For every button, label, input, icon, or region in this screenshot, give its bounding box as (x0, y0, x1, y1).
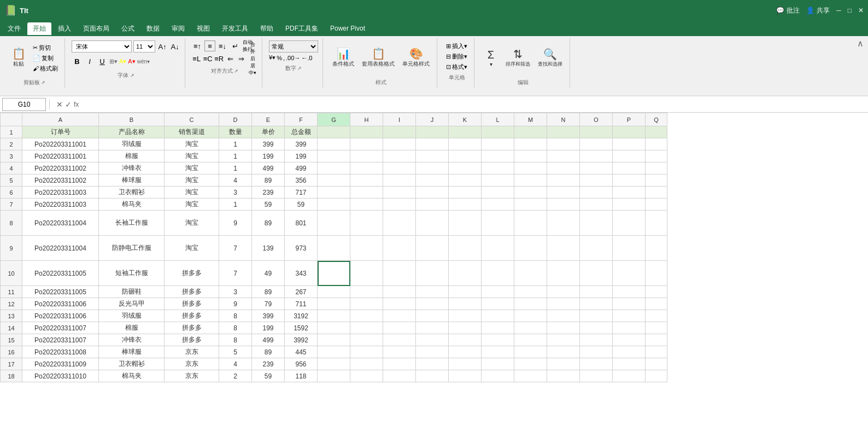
cell-10-11[interactable] (482, 261, 514, 286)
cell-1-3[interactable]: 数量 (219, 126, 252, 138)
cell-18-11[interactable] (482, 370, 514, 382)
format-painter-button[interactable]: 🖌格式刷 (31, 64, 60, 73)
cell-13-15[interactable] (613, 310, 646, 322)
cell-16-9[interactable] (416, 346, 449, 358)
row-header-1[interactable]: 1 (1, 126, 22, 138)
cell-2-4[interactable]: 399 (252, 138, 285, 150)
ribbon-collapse-button[interactable]: ∧ (857, 38, 864, 49)
cell-11-5[interactable]: 267 (285, 286, 318, 298)
cell-14-13[interactable] (547, 322, 580, 334)
cell-4-16[interactable] (646, 162, 667, 174)
cell-5-4[interactable]: 89 (252, 174, 285, 186)
cell-1-6[interactable] (318, 126, 350, 138)
cell-12-7[interactable] (350, 298, 383, 310)
cell-9-8[interactable] (383, 236, 416, 261)
cell-18-7[interactable] (350, 370, 383, 382)
cell-14-14[interactable] (580, 322, 613, 334)
cell-18-8[interactable] (383, 370, 416, 382)
cell-16-11[interactable] (482, 346, 514, 358)
cell-8-16[interactable] (646, 211, 667, 236)
cell-8-5[interactable]: 801 (285, 211, 318, 236)
cell-6-0[interactable]: Po202203311003 (22, 186, 99, 199)
cell-7-5[interactable]: 59 (285, 199, 318, 211)
cell-10-6[interactable] (318, 261, 350, 286)
cell-5-14[interactable] (580, 174, 613, 186)
cell-14-9[interactable] (416, 322, 449, 334)
cell-2-12[interactable] (514, 138, 547, 150)
increase-font-button[interactable]: A↑ (157, 41, 168, 52)
cell-7-2[interactable]: 淘宝 (165, 199, 219, 211)
cell-14-2[interactable]: 拼多多 (165, 322, 219, 334)
cell-17-9[interactable] (416, 358, 449, 370)
cell-1-4[interactable]: 单价 (252, 126, 285, 138)
confirm-formula-button[interactable]: ✓ (65, 100, 72, 109)
cell-2-1[interactable]: 羽绒服 (99, 138, 165, 150)
italic-button[interactable]: I (84, 56, 95, 67)
cell-3-4[interactable]: 199 (252, 150, 285, 162)
menu-item-8[interactable]: 开发工具 (216, 22, 254, 35)
cell-14-4[interactable]: 199 (252, 322, 285, 334)
cell-7-14[interactable] (580, 199, 613, 211)
row-header-15[interactable]: 15 (1, 334, 22, 346)
cell-1-13[interactable] (547, 126, 580, 138)
cell-6-15[interactable] (613, 186, 646, 199)
cell-14-16[interactable] (646, 322, 667, 334)
cell-6-14[interactable] (580, 186, 613, 199)
cell-14-7[interactable] (350, 322, 383, 334)
cell-3-0[interactable]: Po202203311001 (22, 150, 99, 162)
cell-6-6[interactable] (318, 186, 350, 199)
cell-6-4[interactable]: 239 (252, 186, 285, 199)
cell-11-3[interactable]: 3 (219, 286, 252, 298)
cell-18-0[interactable]: Po202203311010 (22, 370, 99, 382)
cell-9-0[interactable]: Po202203311004 (22, 236, 99, 261)
cell-15-6[interactable] (318, 334, 350, 346)
cell-1-8[interactable] (383, 126, 416, 138)
cell-17-0[interactable]: Po202203311009 (22, 358, 99, 370)
cell-16-8[interactable] (383, 346, 416, 358)
cell-6-2[interactable]: 淘宝 (165, 186, 219, 199)
cell-16-13[interactable] (547, 346, 580, 358)
cell-8-9[interactable] (416, 211, 449, 236)
row-header-13[interactable]: 13 (1, 310, 22, 322)
cell-16-6[interactable] (318, 346, 350, 358)
cell-5-8[interactable] (383, 174, 416, 186)
sort-filter-button[interactable]: ⇅ 排序和筛选 (503, 47, 533, 69)
cell-4-5[interactable]: 499 (285, 162, 318, 174)
cell-3-1[interactable]: 棉服 (99, 150, 165, 162)
paste-button[interactable]: 📋 粘贴 (9, 46, 28, 69)
cell-17-10[interactable] (449, 358, 482, 370)
cell-17-1[interactable]: 卫衣帽衫 (99, 358, 165, 370)
cell-10-5[interactable]: 343 (285, 261, 318, 286)
cell-5-9[interactable] (416, 174, 449, 186)
cell-10-15[interactable] (613, 261, 646, 286)
cell-9-2[interactable]: 淘宝 (165, 236, 219, 261)
cell-6-13[interactable] (547, 186, 580, 199)
cell-4-14[interactable] (580, 162, 613, 174)
cell-10-0[interactable]: Po202203311005 (22, 261, 99, 286)
cell-6-3[interactable]: 3 (219, 186, 252, 199)
cell-2-2[interactable]: 淘宝 (165, 138, 219, 150)
align-bottom-button[interactable]: ≡↓ (217, 40, 228, 51)
cell-7-0[interactable]: Po202203311003 (22, 199, 99, 211)
cell-11-12[interactable] (514, 286, 547, 298)
cell-13-14[interactable] (580, 310, 613, 322)
cell-1-14[interactable] (580, 126, 613, 138)
cell-17-6[interactable] (318, 358, 350, 370)
cell-16-2[interactable]: 京东 (165, 346, 219, 358)
cell-9-14[interactable] (580, 236, 613, 261)
cell-8-8[interactable] (383, 211, 416, 236)
cell-3-14[interactable] (580, 150, 613, 162)
cell-13-10[interactable] (449, 310, 482, 322)
decrease-font-button[interactable]: A↓ (169, 41, 180, 52)
align-left-button[interactable]: ≡L (192, 53, 202, 64)
conditional-format-button[interactable]: 📊 条件格式 (330, 46, 357, 69)
cell-2-9[interactable] (416, 138, 449, 150)
cell-12-0[interactable]: Po202203311006 (22, 298, 99, 310)
cell-13-6[interactable] (318, 310, 350, 322)
cell-17-3[interactable]: 4 (219, 358, 252, 370)
cell-10-8[interactable] (383, 261, 416, 286)
menu-item-0[interactable]: 文件 (2, 22, 26, 35)
number-format-select[interactable]: 常规 (269, 40, 318, 53)
cut-button[interactable]: ✂剪切 (31, 43, 60, 53)
cell-18-12[interactable] (514, 370, 547, 382)
